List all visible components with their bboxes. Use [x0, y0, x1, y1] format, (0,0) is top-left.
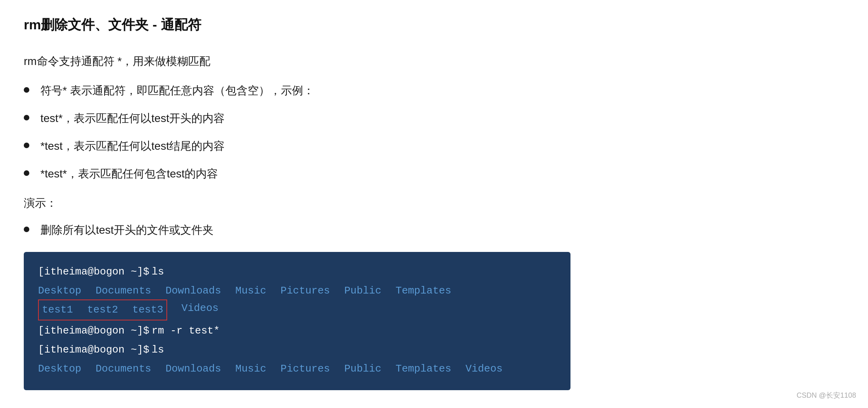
bullet-dot-3 — [24, 143, 29, 148]
demo-bullet-item: 删除所有以test开头的文件或文件夹 — [24, 223, 844, 238]
terminal: [itheima@bogon ~]$ ls DesktopDocumentsDo… — [24, 252, 570, 390]
ls-item: Music — [235, 282, 266, 299]
ls-item: Downloads — [166, 282, 221, 299]
intro-text: rm命令支持通配符 *，用来做模糊匹配 — [24, 54, 844, 69]
bullet-list: 符号* 表示通配符，即匹配任意内容（包含空），示例： test*，表示匹配任何以… — [24, 83, 844, 181]
terminal-ls-output-2: DesktopDocumentsDownloadsMusicPicturesPu… — [38, 360, 556, 377]
ls-item-2: Templates — [396, 360, 451, 377]
terminal-cmd-2: rm -r test* — [152, 322, 220, 339]
ls-item-2: Documents — [95, 360, 151, 377]
ls-item: Public — [344, 282, 382, 299]
terminal-cmd-1: ls — [152, 263, 164, 280]
ls-item: Desktop — [38, 282, 81, 299]
demo-bullet-dot — [24, 227, 29, 232]
terminal-line-2: [itheima@bogon ~]$ rm -r test* — [38, 322, 556, 339]
bullet-item-3: *test，表示匹配任何以test结尾的内容 — [24, 139, 844, 154]
ls-item-highlighted: test1 — [42, 301, 73, 318]
ls-item-2: Pictures — [280, 360, 330, 377]
ls-item-after: Videos — [181, 299, 219, 320]
demo-label: 演示： — [24, 196, 844, 211]
bullet-dot-4 — [24, 170, 29, 176]
bullet-item-4: *test*，表示匹配任何包含test的内容 — [24, 166, 844, 181]
terminal-prompt-3: [itheima@bogon ~]$ — [38, 341, 149, 358]
terminal-line-3: [itheima@bogon ~]$ ls — [38, 341, 556, 358]
demo-bullet-list: 删除所有以test开头的文件或文件夹 — [24, 223, 844, 238]
watermark: CSDN @长安1108 — [797, 391, 856, 400]
terminal-prompt-1: [itheima@bogon ~]$ — [38, 263, 149, 280]
ls-item-highlighted: test2 — [87, 301, 118, 318]
ls-item-2: Music — [235, 360, 266, 377]
ls-item-2: Desktop — [38, 360, 81, 377]
ls-item-2: Downloads — [166, 360, 221, 377]
terminal-line-1: [itheima@bogon ~]$ ls — [38, 263, 556, 280]
ls-item-2: Public — [344, 360, 382, 377]
bullet-item-1: 符号* 表示通配符，即匹配任意内容（包含空），示例： — [24, 83, 844, 98]
terminal-cmd-3: ls — [152, 341, 164, 358]
ls-item: Documents — [95, 282, 151, 299]
terminal-ls-output-1: DesktopDocumentsDownloadsMusicPicturesPu… — [38, 282, 556, 320]
page-title: rm删除文件、文件夹 - 通配符 — [24, 16, 844, 34]
ls-item: Templates — [396, 282, 451, 299]
ls-item-highlighted: test3 — [132, 301, 163, 318]
ls-item-2: Videos — [465, 360, 503, 377]
bullet-dot-2 — [24, 115, 29, 120]
terminal-prompt-2: [itheima@bogon ~]$ — [38, 322, 149, 339]
ls-item: Pictures — [280, 282, 330, 299]
highlighted-test-items: test1test2test3 — [38, 299, 167, 320]
bullet-item-2: test*，表示匹配任何以test开头的内容 — [24, 111, 844, 126]
bullet-dot-1 — [24, 87, 29, 93]
